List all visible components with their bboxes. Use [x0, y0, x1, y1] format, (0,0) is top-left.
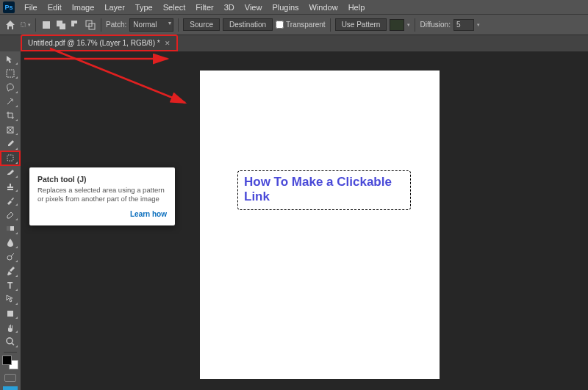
- menu-plugins[interactable]: Plugins: [267, 1, 304, 13]
- transparent-label: Transparent: [286, 21, 326, 29]
- tool-lasso[interactable]: [1, 81, 19, 93]
- tool-gradient[interactable]: [1, 223, 19, 235]
- tool-pen[interactable]: [1, 264, 19, 277]
- new-selection-icon[interactable]: [40, 19, 52, 31]
- tool-marquee[interactable]: [1, 67, 19, 79]
- tool-eraser[interactable]: [1, 208, 19, 220]
- svg-rect-18: [7, 311, 13, 317]
- svg-rect-14: [7, 226, 10, 231]
- screen-mode-icon[interactable]: [3, 386, 18, 390]
- menu-filter[interactable]: Filter: [190, 1, 218, 13]
- intersect-selection-icon[interactable]: [85, 19, 96, 31]
- menu-3d[interactable]: 3D: [219, 1, 240, 13]
- add-selection-icon[interactable]: [55, 19, 67, 31]
- tool-type[interactable]: T: [1, 279, 19, 292]
- menu-select[interactable]: Select: [158, 1, 191, 13]
- canvas-link-text: How To Make a Clickable Link: [238, 171, 410, 209]
- tool-history-brush[interactable]: [1, 194, 19, 206]
- svg-line-20: [12, 343, 14, 345]
- document-canvas[interactable]: [200, 71, 440, 379]
- diffusion-input[interactable]: [453, 19, 474, 31]
- source-button[interactable]: Source: [183, 18, 220, 31]
- quick-mask-icon[interactable]: [4, 374, 16, 382]
- menu-layer[interactable]: Layer: [99, 1, 130, 13]
- svg-line-16: [11, 253, 14, 256]
- foreground-background-colors[interactable]: [2, 355, 18, 369]
- tool-shape[interactable]: [1, 307, 19, 319]
- tool-stamp[interactable]: [1, 180, 19, 192]
- tool-tooltip: Patch tool (J) Replaces a selected area …: [29, 167, 175, 225]
- tool-path[interactable]: [1, 293, 19, 306]
- document-tab-title: Untitled.pdf @ 16.7% (Layer 1, RGB/8) *: [28, 39, 160, 47]
- menu-window[interactable]: Window: [304, 1, 343, 13]
- use-pattern-button[interactable]: Use Pattern: [335, 18, 387, 31]
- svg-rect-5: [74, 24, 80, 29]
- pattern-swatch[interactable]: [390, 19, 404, 31]
- tool-wand[interactable]: [1, 95, 19, 108]
- menu-edit[interactable]: Edit: [43, 1, 67, 13]
- menubar: Ps File Edit Image Layer Type Select Fil…: [0, 0, 588, 15]
- tools-toolbar: T: [0, 51, 21, 390]
- selection-marquee[interactable]: How To Make a Clickable Link: [237, 170, 411, 210]
- options-bar: ▾ Patch: Normal Source Destination Trans…: [0, 15, 588, 35]
- menu-image[interactable]: Image: [67, 1, 100, 13]
- document-tab[interactable]: Untitled.pdf @ 16.7% (Layer 1, RGB/8) * …: [21, 35, 178, 51]
- patch-mode-select[interactable]: Normal: [129, 18, 173, 32]
- destination-button[interactable]: Destination: [223, 18, 273, 31]
- tool-frame[interactable]: [1, 123, 19, 136]
- tooltip-description: Replaces a selected area using a pattern…: [37, 186, 167, 204]
- tooltip-title: Patch tool (J): [37, 175, 167, 184]
- subtract-selection-icon[interactable]: [70, 19, 82, 31]
- tool-crop[interactable]: [1, 109, 19, 122]
- svg-line-21: [50, 48, 185, 103]
- close-tab-icon[interactable]: ✕: [165, 40, 171, 47]
- tool-eyedropper[interactable]: [1, 137, 19, 150]
- svg-text:T: T: [7, 281, 13, 290]
- tooltip-learn-link[interactable]: Learn how: [37, 210, 167, 218]
- menu-type[interactable]: Type: [130, 1, 158, 13]
- tool-preset-icon[interactable]: ▾: [19, 19, 31, 31]
- svg-rect-12: [7, 155, 13, 161]
- transparent-checkbox[interactable]: Transparent: [276, 21, 326, 29]
- patch-label: Patch:: [106, 21, 126, 29]
- tool-move[interactable]: [1, 53, 19, 65]
- svg-point-19: [7, 338, 12, 344]
- tool-blur[interactable]: [1, 236, 19, 249]
- diffusion-label: Diffusion:: [420, 21, 451, 29]
- tool-dodge[interactable]: [1, 250, 19, 263]
- home-icon[interactable]: [4, 19, 16, 31]
- menu-help[interactable]: Help: [343, 1, 370, 13]
- svg-rect-0: [21, 23, 26, 27]
- menu-file[interactable]: File: [19, 1, 43, 13]
- document-tab-bar: Untitled.pdf @ 16.7% (Layer 1, RGB/8) * …: [0, 35, 588, 51]
- tool-zoom[interactable]: [1, 335, 19, 347]
- svg-rect-3: [60, 24, 65, 29]
- app-logo: Ps: [3, 1, 15, 13]
- workspace: How To Make a Clickable Link Patch tool …: [21, 51, 588, 390]
- annotation-arrow-2: [21, 51, 204, 76]
- svg-rect-8: [7, 70, 14, 77]
- svg-rect-1: [43, 21, 50, 29]
- tool-patch[interactable]: [1, 152, 19, 165]
- tool-hand[interactable]: [1, 321, 19, 333]
- menu-view[interactable]: View: [240, 1, 268, 13]
- tool-brush[interactable]: [1, 166, 19, 178]
